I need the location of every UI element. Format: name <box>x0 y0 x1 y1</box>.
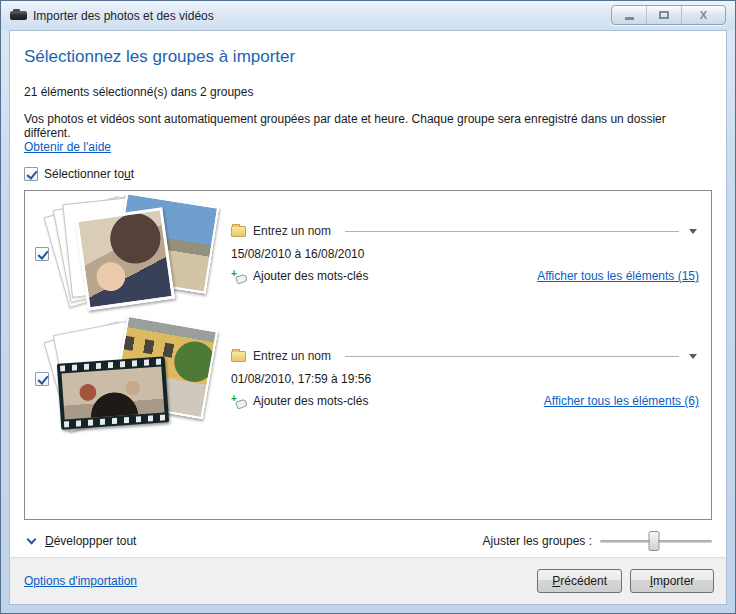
group-2-show-all-link[interactable]: Afficher tous les éléments (6) <box>544 394 699 408</box>
expand-all-chevron-icon[interactable] <box>27 535 37 545</box>
close-icon: X <box>700 9 707 21</box>
minimize-icon <box>625 17 634 20</box>
page-title: Sélectionnez les groupes à importer <box>24 47 712 67</box>
slider-thumb[interactable] <box>648 531 659 551</box>
group-row-2: Entrez un nom 01/08/2010, 17:59 à 19:56 … <box>25 316 711 441</box>
group-list: Entrez un nom 15/08/2010 à 16/08/2010 + … <box>24 190 712 520</box>
dialog-client-area: Sélectionnez les groupes à importer 21 é… <box>9 30 727 605</box>
folder-icon <box>231 226 246 237</box>
import-dialog-window: Importer des photos et des vidéos X Séle… <box>0 0 736 614</box>
group-2-photo-stack <box>55 322 217 436</box>
close-button[interactable]: X <box>682 6 725 24</box>
import-options-link[interactable]: Options d'importation <box>24 574 137 588</box>
group-1-photo-stack <box>55 197 217 311</box>
group-1-show-all-link[interactable]: Afficher tous les éléments (15) <box>537 269 699 283</box>
selection-summary: 21 éléments sélectionné(s) dans 2 groupe… <box>24 85 712 99</box>
adjust-groups-label: Ajuster les groupes : <box>483 534 592 548</box>
group-1-name-field[interactable]: Entrez un nom <box>231 224 699 238</box>
window-controls: X <box>611 5 726 25</box>
window-title: Importer des photos et des vidéos <box>33 9 214 23</box>
add-tags-link[interactable]: Ajouter des mots-clés <box>253 269 368 283</box>
camera-icon <box>10 11 27 20</box>
video-filmstrip-thumbnail <box>57 356 169 429</box>
chevron-down-icon[interactable] <box>689 229 697 234</box>
get-help-link[interactable]: Obtenir de l'aide <box>24 140 111 154</box>
dialog-footer: Options d'importation Précédent Importer <box>10 557 726 604</box>
chevron-down-icon[interactable] <box>689 354 697 359</box>
add-tags-link[interactable]: Ajouter des mots-clés <box>253 394 368 408</box>
add-tag-icon: + <box>231 395 247 408</box>
expander-row: Développper tout Ajuster les groupes : <box>24 528 712 554</box>
back-button[interactable]: Précédent <box>537 569 622 593</box>
select-all-checkbox[interactable] <box>24 167 38 181</box>
minimize-button[interactable] <box>612 6 647 24</box>
select-all-row: Sélectionner tout <box>24 167 712 181</box>
baby-photo-thumbnail <box>75 207 175 310</box>
group-2-name-field[interactable]: Entrez un nom <box>231 349 699 363</box>
maximize-button[interactable] <box>647 6 682 24</box>
grouping-description: Vos photos et vidéos sont automatiquemen… <box>24 112 712 140</box>
expand-all-link[interactable]: Développper tout <box>45 534 136 548</box>
folder-icon <box>231 351 246 362</box>
group-2-checkbox[interactable] <box>35 372 49 386</box>
group-name-placeholder: Entrez un nom <box>253 349 331 363</box>
group-row-1: Entrez un nom 15/08/2010 à 16/08/2010 + … <box>25 191 711 316</box>
maximize-icon <box>659 11 669 19</box>
add-tag-icon: + <box>231 270 247 283</box>
import-button[interactable]: Importer <box>630 569 714 593</box>
name-field-rule <box>345 231 679 232</box>
name-field-rule <box>345 356 679 357</box>
group-name-placeholder: Entrez un nom <box>253 224 331 238</box>
group-1-date-range: 15/08/2010 à 16/08/2010 <box>231 247 699 261</box>
group-2-date-range: 01/08/2010, 17:59 à 19:56 <box>231 372 699 386</box>
adjust-groups-slider[interactable] <box>600 530 712 552</box>
group-1-checkbox[interactable] <box>35 247 49 261</box>
select-all-label[interactable]: Sélectionner tout <box>44 167 134 181</box>
